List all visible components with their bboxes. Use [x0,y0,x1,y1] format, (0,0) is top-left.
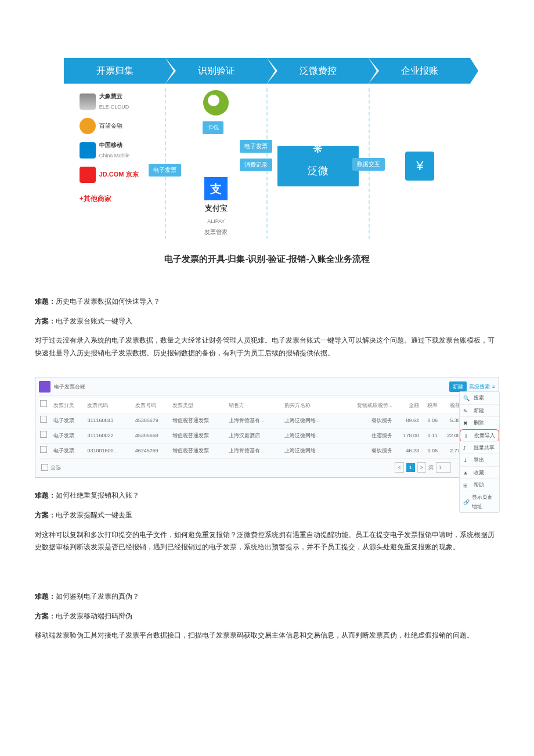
wechat-icon [203,90,229,116]
select-all-label: 全选 [50,463,61,472]
menu-icon: ✎ [463,406,471,415]
ss-title: 电子发票台账 [54,382,85,391]
p2-text: 对这种可以复制和多次打印提交的电子文件，如何避免重复报销？泛微费控系统拥有遇重自… [35,529,499,554]
menu-icon: ⊞ [463,481,471,489]
invoice-table: 发票分类发票代码发票号码发票类型销售方购买方名称货物或应税劳...金额税率税额价… [39,398,495,459]
a2-label: 方案： [35,511,56,519]
menu-item[interactable]: 🔗显示页面地址 [460,491,499,512]
step-3: 泛微费控 [267,58,369,84]
menu-item[interactable]: ✎新建 [460,405,499,417]
row-checkbox[interactable] [40,416,47,423]
vendor-jd: JD.COM 京东 [80,166,149,183]
row-checkbox[interactable] [40,446,47,453]
menu-item[interactable]: ⇩批量导入 [460,429,499,442]
pager-next[interactable]: > [417,462,426,473]
menu-icon: ⤴ [463,444,471,452]
table-row[interactable]: 电子发票31116004345305679增值税普通发票上海肯德基有...上海泛… [39,413,495,428]
section-q2: 难题：如何杜绝重复报销和入账？ 方案：电子发票提醒式一键去重 对这种可以复制和多… [35,489,499,553]
new-button[interactable]: 新建 [449,381,467,392]
invoice-ledger-screenshot: 电子发票台账 新建 高级搜索 ≡ 发票分类发票代码发票号码发票类型销售方购买方名… [35,377,499,478]
select-all-checkbox[interactable] [41,464,48,471]
p3-text: 移动端发票验伪工具对接电子发票平台数据接口，扫描电子发票票码获取交易主体信息和交… [35,629,499,642]
adv-search-link[interactable]: 高级搜索 [469,382,490,391]
ss-header: 电子发票台账 新建 高级搜索 ≡ [39,381,495,395]
menu-item[interactable]: 🔍搜索 [460,392,499,404]
step-2: 识别验证 [165,58,267,84]
vendor-other: +其他商家 [80,190,149,208]
row-checkbox[interactable] [40,431,47,438]
menu-icon: ★ [463,469,471,477]
alipay-icon: 支 [204,177,228,200]
q2-text: 如何杜绝重复报销和入账？ [56,491,139,499]
section-q3: 难题：如何鉴别电子发票的真伪？ 方案：电子发票移动端扫码辩伪 移动端发票验伪工具… [35,591,499,642]
col-accounting: ¥ [370,88,471,239]
weaver-box: ❋ 泛微 weaver [277,146,359,186]
a3-label: 方案： [35,612,56,620]
col-weaver: ❋ 泛微 weaver 数据交互 [268,88,370,239]
section-q1: 难题：历史电子发票数据如何快速导入？ 方案：电子发票台账式一键导入 对于过去没有… [35,296,499,359]
menu-item[interactable]: ✖删除 [460,417,499,429]
table-row[interactable]: 电子发票31116002245305658增值税普通发票上海汉庭酒店上海泛微网络… [39,428,495,443]
a1-label: 方案： [35,317,56,325]
pager-goto-input[interactable]: 1 [436,462,451,473]
pager: 全选 < 1 > 第 1 [39,459,495,474]
header-checkbox[interactable] [40,400,47,407]
process-diagram: 开票归集 识别验证 泛微费控 企业报账 大象慧云ELE-CLOUD 百望金融 中… [64,58,470,239]
a3-text: 电子发票移动端扫码辩伪 [56,612,132,620]
p1-text: 对于过去没有录入系统的电子发票数据，数量之大经常让财务管理人员犯难。电子发票台账… [35,334,499,359]
pager-current: 1 [406,463,415,472]
menu-icon: ⤓ [463,456,471,464]
col-sources: 大象慧云ELE-CLOUD 百望金融 中国移动China Mobile JD.C… [64,88,166,239]
step-4: 企业报账 [369,58,470,84]
q1-text: 历史电子发票数据如何快速导入？ [56,297,160,305]
table-row[interactable]: 电子发票031001600...46245769增值税普通发票上海肯德基有...… [39,443,495,458]
q2-label: 难题： [35,491,56,499]
vendor-chinamobile: 中国移动China Mobile [80,142,149,159]
vendor-elecloud: 大象慧云ELE-CLOUD [80,93,149,110]
diagram-caption: 电子发票的开具-归集-识别-验证-报销-入账全业务流程 [35,251,499,267]
vendor-baiwang: 百望金融 [80,117,149,135]
pager-goto-label: 第 [428,463,434,472]
q3-text: 如何鉴别电子发票的真伪？ [56,592,139,600]
context-menu: 🔍搜索✎新建✖删除⇩批量导入⤴批量共享⤓导出★收藏⊞帮助🔗显示页面地址 [459,391,500,513]
menu-item[interactable]: ⊞帮助 [460,479,499,491]
menu-item[interactable]: ⤓导出 [460,454,499,466]
money-icon: ¥ [405,152,434,181]
menu-icon: ✖ [463,419,471,427]
a1-text: 电子发票台账式一键导入 [56,317,132,325]
tag-kabao: 卡包 [203,121,223,134]
menu-item[interactable]: ⤴批量共享 [460,442,499,454]
col-channels: 卡包 电子发票 消费记录 支 支付宝 ALIPAY 发票管家 [166,88,268,239]
flow-body: 大象慧云ELE-CLOUD 百望金融 中国移动China Mobile JD.C… [64,88,470,239]
q1-label: 难题： [35,297,56,305]
weaver-logo-icon: ❋ [313,138,323,159]
ss-logo-icon [39,381,50,393]
step-1: 开票归集 [64,58,165,84]
menu-item[interactable]: ★收藏 [460,467,499,479]
step-arrows: 开票归集 识别验证 泛微费控 企业报账 [64,58,470,84]
q3-label: 难题： [35,592,56,600]
alipay-block: 支 支付宝 ALIPAY 发票管家 [204,177,228,237]
menu-icon: 🔍 [463,394,471,402]
pager-prev[interactable]: < [395,462,403,473]
menu-icon: ⇩ [464,431,472,440]
list-view-icon[interactable]: ≡ [492,382,495,391]
a2-text: 电子发票提醒式一键去重 [56,511,132,519]
menu-icon: 🔗 [463,498,470,506]
